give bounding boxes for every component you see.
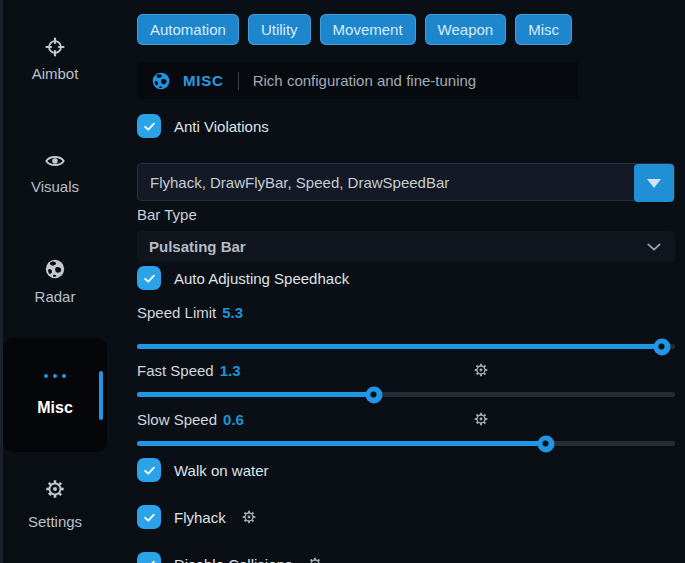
app: { "tabs": ["Automation", "Utility", "Mov… bbox=[0, 0, 685, 563]
section-subtitle: Rich configuration and fine-tuning bbox=[253, 72, 476, 89]
tab-movement[interactable]: Movement bbox=[320, 14, 416, 45]
walk-on-water-row[interactable]: Walk on water bbox=[137, 458, 268, 482]
flyhack-label: Flyhack bbox=[174, 509, 226, 526]
fast-speed-gear-icon[interactable] bbox=[473, 362, 489, 378]
tab-utility[interactable]: Utility bbox=[248, 14, 311, 45]
flag-multiselect[interactable]: Flyhack, DrawFlyBar, Speed, DrawSpeedBar bbox=[137, 163, 675, 201]
fast-speed-label: Fast Speed1.3 bbox=[137, 362, 241, 379]
sidebar-item-visuals[interactable]: Visuals bbox=[0, 178, 110, 195]
bar-type-label: Bar Type bbox=[137, 206, 197, 223]
tab-bar: Automation Utility Movement Weapon Misc bbox=[137, 14, 572, 45]
auto-adjusting-row[interactable]: Auto Adjusting Speedhack bbox=[137, 266, 349, 290]
speed-limit-slider[interactable] bbox=[137, 344, 675, 349]
anti-violations-checkbox[interactable] bbox=[137, 114, 161, 138]
fast-speed-text: Fast Speed bbox=[137, 362, 214, 379]
section-header: MISC Rich configuration and fine-tuning bbox=[137, 62, 578, 99]
slow-speed-value: 0.6 bbox=[223, 411, 244, 428]
auto-adjusting-checkbox[interactable] bbox=[137, 266, 161, 290]
globe-icon bbox=[0, 258, 110, 280]
multiselect-dropdown-button[interactable] bbox=[634, 164, 674, 202]
speed-limit-value: 5.3 bbox=[222, 304, 243, 321]
flyhack-row[interactable]: Flyhack bbox=[137, 505, 257, 529]
disable-collisions-label: Disable Collisions bbox=[174, 556, 292, 563]
disable-collisions-gear-icon[interactable] bbox=[307, 556, 323, 563]
sidebar-item-aimbot[interactable]: Aimbot bbox=[0, 65, 110, 82]
bar-type-select[interactable]: Pulsating Bar bbox=[137, 231, 675, 262]
crosshair-icon bbox=[0, 36, 110, 58]
sidebar-item-misc-label: Misc bbox=[0, 399, 110, 417]
tab-weapon[interactable]: Weapon bbox=[425, 14, 507, 45]
sidebar-item-settings[interactable]: Settings bbox=[0, 513, 110, 530]
sidebar-item-misc-active[interactable] bbox=[3, 338, 107, 452]
active-item-indicator bbox=[99, 371, 103, 420]
gear-icon bbox=[0, 478, 110, 500]
anti-violations-label: Anti Violations bbox=[174, 118, 269, 135]
tab-misc[interactable]: Misc bbox=[515, 14, 572, 45]
ellipsis-icon bbox=[0, 374, 110, 378]
divider bbox=[238, 72, 239, 90]
flyhack-gear-icon[interactable] bbox=[241, 509, 257, 525]
speed-limit-text: Speed Limit bbox=[137, 304, 216, 321]
auto-adjusting-label: Auto Adjusting Speedhack bbox=[174, 270, 349, 287]
slow-speed-gear-icon[interactable] bbox=[473, 411, 489, 427]
bar-type-value: Pulsating Bar bbox=[149, 238, 647, 255]
fast-speed-handle[interactable] bbox=[365, 386, 382, 403]
triangle-down-icon bbox=[647, 179, 661, 188]
walk-on-water-label: Walk on water bbox=[174, 462, 268, 479]
disable-collisions-row[interactable]: Disable Collisions bbox=[137, 552, 323, 563]
fast-speed-value: 1.3 bbox=[220, 362, 241, 379]
chevron-down-icon bbox=[647, 243, 661, 251]
eye-icon bbox=[0, 150, 110, 172]
slow-speed-text: Slow Speed bbox=[137, 411, 217, 428]
slow-speed-slider[interactable] bbox=[137, 441, 675, 446]
flyhack-checkbox[interactable] bbox=[137, 505, 161, 529]
fast-speed-slider[interactable] bbox=[137, 392, 675, 397]
speed-limit-handle[interactable] bbox=[653, 338, 670, 355]
section-title: MISC bbox=[183, 72, 224, 89]
speed-limit-label: Speed Limit5.3 bbox=[137, 304, 243, 321]
globe-icon bbox=[151, 71, 171, 91]
slow-speed-handle[interactable] bbox=[537, 435, 554, 452]
tab-automation[interactable]: Automation bbox=[137, 14, 239, 45]
walk-on-water-checkbox[interactable] bbox=[137, 458, 161, 482]
disable-collisions-checkbox[interactable] bbox=[137, 552, 161, 563]
sidebar-item-radar[interactable]: Radar bbox=[0, 288, 110, 305]
anti-violations-row[interactable]: Anti Violations bbox=[137, 114, 269, 138]
flag-multiselect-value: Flyhack, DrawFlyBar, Speed, DrawSpeedBar bbox=[150, 174, 449, 191]
slow-speed-label: Slow Speed0.6 bbox=[137, 411, 244, 428]
